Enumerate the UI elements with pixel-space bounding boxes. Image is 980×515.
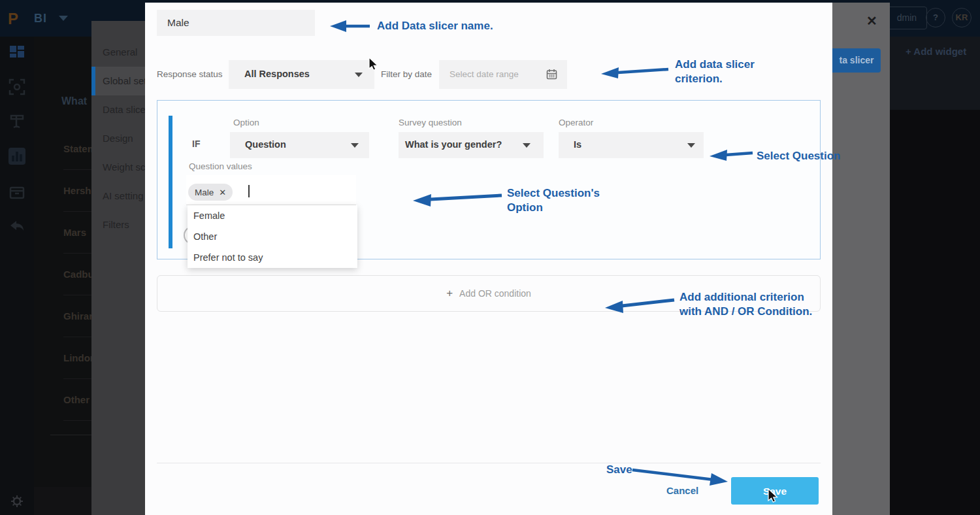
question-list-item[interactable]: Lindor <box>63 337 91 379</box>
scan-icon[interactable] <box>8 78 25 95</box>
filter-by-date-label: Filter by date <box>381 69 432 79</box>
add-data-slicer-button[interactable]: ta slicer <box>832 48 881 73</box>
response-status-dropdown[interactable]: All Responses <box>229 60 374 89</box>
option-value: Question <box>245 139 286 150</box>
if-label: IF <box>192 139 200 149</box>
text-caret <box>248 185 250 197</box>
box-icon[interactable] <box>8 183 25 200</box>
operator-value: Is <box>574 139 581 150</box>
settings-drawer: GeneralGlobal setData sliceDesignWeight … <box>91 21 145 515</box>
response-status-value: All Responses <box>244 69 310 79</box>
value-chip-text: Male <box>195 188 214 197</box>
option-dropdown[interactable]: Question <box>230 132 369 158</box>
settings-menu-item[interactable]: Global set <box>91 67 145 95</box>
chevron-down-icon <box>687 143 695 148</box>
response-status-label: Response status <box>157 69 223 79</box>
workspace-chevron-down-icon[interactable] <box>59 16 68 21</box>
admin-button[interactable]: dmin <box>887 7 927 29</box>
question-values-label: Question values <box>189 161 252 171</box>
settings-menu-item[interactable]: Data slice <box>91 95 145 124</box>
survey-question-value: What is your gender? <box>405 139 502 150</box>
value-options-dropdown: FemaleOtherPrefer not to say <box>188 205 357 268</box>
avatar[interactable]: KR <box>952 8 972 27</box>
operator-label: Operator <box>559 118 593 127</box>
help-icon[interactable]: ? <box>926 8 945 27</box>
option-label: Option <box>233 118 259 127</box>
question-list: StatemHersheMarsCadburGhirarLindorOther … <box>63 128 91 421</box>
chart-icon[interactable] <box>8 148 25 165</box>
cancel-button[interactable]: Cancel <box>666 485 698 496</box>
save-button[interactable]: Save <box>731 477 819 505</box>
value-chip: Male ✕ <box>188 184 233 201</box>
workspace-name[interactable]: BI <box>34 12 47 25</box>
settings-menu-item[interactable]: Filters <box>91 210 145 239</box>
left-sidebar <box>0 37 34 515</box>
annotation-add-or: Add additional criterionwith AND / OR Co… <box>679 290 812 319</box>
add-or-condition-label: Add OR condition <box>459 288 531 299</box>
question-list-item[interactable]: Ghirar <box>63 295 91 337</box>
footer-divider <box>157 463 821 463</box>
value-option-item[interactable]: Other <box>188 226 357 247</box>
question-list-item[interactable]: Mars <box>63 212 91 254</box>
question-list-item[interactable]: Statem <box>63 128 91 170</box>
settings-menu-item[interactable]: Design <box>91 124 145 153</box>
settings-menu-item[interactable]: General <box>91 38 145 67</box>
survey-question-label: Survey question <box>399 118 462 127</box>
chevron-down-icon <box>351 143 359 148</box>
slicer-name-input[interactable]: Male <box>157 10 315 36</box>
criterion-accent-bar <box>169 116 172 248</box>
screen: P BI dmin ? KR ‹ Da What StatemHersheMar… <box>0 0 980 515</box>
settings-menu-item[interactable]: Weight sc <box>91 153 145 182</box>
annotation-select-question: Select Question <box>757 149 840 163</box>
app-logo[interactable]: P <box>8 10 18 28</box>
operator-dropdown[interactable]: Is <box>559 132 704 158</box>
date-range-placeholder: Select date range <box>449 69 519 79</box>
chevron-down-icon <box>355 73 363 77</box>
calendar-icon <box>546 69 557 80</box>
widget-panel: + Add widget <box>890 37 980 110</box>
value-option-item[interactable]: Prefer not to say <box>188 247 357 268</box>
settings-menu-item[interactable]: AI setting <box>91 182 145 210</box>
reply-icon[interactable] <box>8 218 25 235</box>
annotation-name: Add Data slicer name. <box>377 19 493 33</box>
slicer-name-value: Male <box>167 17 189 29</box>
settings-menu: GeneralGlobal setData sliceDesignWeight … <box>91 38 145 239</box>
survey-icon[interactable] <box>8 113 25 130</box>
question-list-item[interactable]: Cadbur <box>63 254 91 295</box>
tab-bar: + Tab <box>34 487 91 515</box>
dashboard-icon[interactable] <box>8 44 25 61</box>
plus-icon: + <box>446 287 453 300</box>
question-list-item[interactable]: Hershe <box>63 170 91 212</box>
settings-gear-icon[interactable] <box>10 495 24 508</box>
close-icon[interactable]: ✕ <box>866 13 877 29</box>
question-list-item[interactable]: Other ( <box>63 379 91 421</box>
chevron-down-icon <box>523 143 531 148</box>
value-option-item[interactable]: Female <box>188 205 357 226</box>
add-widget-button[interactable]: + Add widget <box>906 46 966 57</box>
survey-question-dropdown[interactable]: What is your gender? <box>399 132 544 158</box>
divider <box>50 435 91 435</box>
annotation-criterion: Add data slicercriterion. <box>675 58 755 86</box>
chip-remove-icon[interactable]: ✕ <box>219 188 226 197</box>
annotation-select-option: Select Question'sOption <box>507 186 600 215</box>
date-range-input[interactable]: Select date range <box>439 60 567 89</box>
annotation-save: Save <box>606 463 632 477</box>
dialog-behind-strip: ✕ ta slicer <box>832 3 890 515</box>
survey-panel-heading: What <box>61 95 91 107</box>
